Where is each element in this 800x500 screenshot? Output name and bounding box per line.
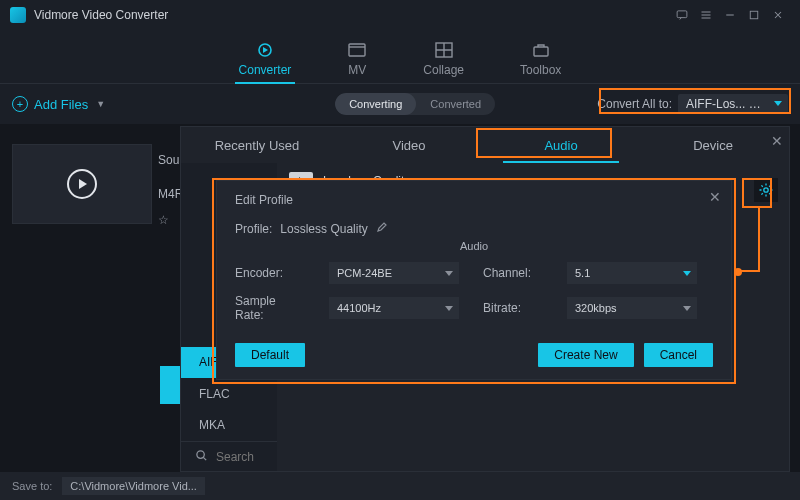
file-source-label: Sou — [158, 153, 179, 167]
tab-recently-used[interactable]: Recently Used — [181, 127, 333, 163]
nav-mv[interactable]: MV — [347, 41, 367, 83]
edit-profile-dialog: Edit Profile ✕ Profile: Lossless Quality… — [216, 180, 732, 380]
file-thumbnail[interactable] — [12, 144, 152, 224]
chevron-down-icon — [445, 306, 453, 311]
segment-converted[interactable]: Converted — [416, 93, 495, 115]
channel-label: Channel: — [483, 266, 543, 280]
maximize-button[interactable] — [742, 3, 766, 27]
search-icon — [195, 449, 208, 465]
encoder-dropdown[interactable]: PCM-24BE — [329, 262, 459, 284]
play-icon — [67, 169, 97, 199]
svg-point-7 — [764, 188, 768, 192]
channel-dropdown[interactable]: 5.1 — [567, 262, 697, 284]
cancel-button[interactable]: Cancel — [644, 343, 713, 367]
chevron-down-icon — [774, 101, 782, 106]
favorite-icon[interactable]: ☆ — [158, 213, 169, 227]
add-files-button[interactable]: + Add Files ▼ — [12, 96, 105, 112]
nav-label: Toolbox — [520, 63, 561, 77]
profile-label: Profile: — [235, 222, 272, 236]
save-to-label: Save to: — [12, 480, 52, 492]
converter-icon — [255, 41, 275, 59]
edit-profile-gear-button[interactable] — [754, 178, 778, 202]
title-bar: Vidmore Video Converter — [0, 0, 800, 30]
search-input[interactable] — [216, 450, 266, 464]
format-item-flac[interactable]: FLAC — [181, 378, 277, 409]
segment-converting[interactable]: Converting — [335, 93, 416, 115]
convert-all-label: Convert All to: — [597, 97, 672, 111]
app-logo-icon — [10, 7, 26, 23]
menu-icon[interactable] — [694, 3, 718, 27]
edit-name-icon[interactable] — [376, 221, 388, 236]
collage-icon — [434, 41, 454, 59]
samplerate-label: Sample Rate: — [235, 294, 305, 322]
dialog-section-audio: Audio — [235, 240, 713, 252]
app-title: Vidmore Video Converter — [34, 8, 670, 22]
nav-converter[interactable]: Converter — [239, 41, 292, 83]
gear-icon — [758, 182, 774, 198]
tab-audio[interactable]: Audio — [485, 127, 637, 163]
picker-tabs: Recently Used Video Audio Device — [181, 127, 789, 163]
main-nav: Converter MV Collage Toolbox — [0, 30, 800, 84]
chevron-down-icon: ▼ — [96, 99, 105, 109]
samplerate-dropdown[interactable]: 44100Hz — [329, 297, 459, 319]
convert-all-value: AIFF-Los... Quality — [686, 97, 786, 111]
status-bar: Save to: C:\Vidmore\Vidmore Vid... — [0, 472, 800, 500]
feedback-icon[interactable] — [670, 3, 694, 27]
convert-all-control: Convert All to: AIFF-Los... Quality — [597, 94, 788, 114]
encoder-label: Encoder: — [235, 266, 305, 280]
svg-rect-1 — [750, 11, 758, 19]
dialog-title: Edit Profile — [235, 193, 713, 207]
create-new-button[interactable]: Create New — [538, 343, 633, 367]
bitrate-label: Bitrate: — [483, 301, 543, 315]
nav-label: Collage — [423, 63, 464, 77]
chevron-down-icon — [445, 271, 453, 276]
add-files-label: Add Files — [34, 97, 88, 112]
tab-device[interactable]: Device — [637, 127, 789, 163]
dialog-close-button[interactable]: ✕ — [709, 189, 721, 205]
nav-toolbox[interactable]: Toolbox — [520, 41, 561, 83]
mv-icon — [347, 41, 367, 59]
toolbar: + Add Files ▼ Converting Converted Conve… — [0, 84, 800, 124]
nav-label: Converter — [239, 63, 292, 77]
thumbnail-play[interactable] — [13, 145, 151, 223]
profile-value: Lossless Quality — [280, 222, 367, 236]
status-segmented: Converting Converted — [335, 93, 495, 115]
chevron-down-icon — [683, 271, 691, 276]
toolbox-icon — [531, 41, 551, 59]
svg-rect-5 — [534, 47, 548, 56]
chevron-down-icon — [683, 306, 691, 311]
bitrate-dropdown[interactable]: 320kbps — [567, 297, 697, 319]
svg-point-6 — [197, 450, 204, 457]
nav-label: MV — [348, 63, 366, 77]
format-item-mka[interactable]: MKA — [181, 410, 277, 441]
tab-video[interactable]: Video — [333, 127, 485, 163]
default-button[interactable]: Default — [235, 343, 305, 367]
format-search[interactable] — [181, 441, 277, 471]
save-to-path[interactable]: C:\Vidmore\Vidmore Vid... — [62, 477, 205, 495]
svg-rect-0 — [677, 11, 687, 18]
annotation-connector — [738, 270, 758, 272]
close-button[interactable] — [766, 3, 790, 27]
plus-icon: + — [12, 96, 28, 112]
convert-all-dropdown[interactable]: AIFF-Los... Quality — [678, 94, 788, 114]
minimize-button[interactable] — [718, 3, 742, 27]
nav-collage[interactable]: Collage — [423, 41, 464, 83]
svg-rect-3 — [349, 44, 365, 56]
content-area: Sou M4R ☆ ✕ Recently Used Video Audio De… — [0, 124, 800, 472]
